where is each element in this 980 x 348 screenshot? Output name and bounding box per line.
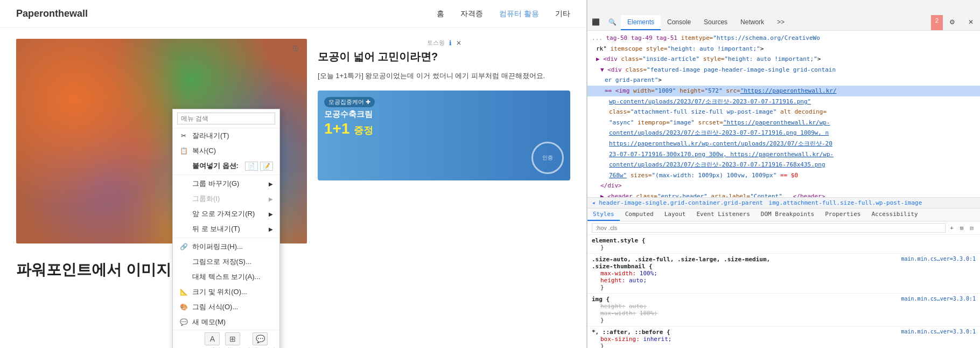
tab-inspect[interactable]: 🔍 (604, 15, 621, 30)
filter-toggle[interactable]: ⊟ (968, 224, 976, 232)
context-menu-send-back[interactable]: 뒤 로 보내기(T) ▶ (173, 221, 279, 236)
dom-line[interactable]: rk" itemscope style="height: auto !impor… (587, 44, 980, 54)
dom-line[interactable]: er grid-parent"> (587, 75, 980, 86)
context-menu-alt-text[interactable]: 대체 텍스트 보기(A)... (173, 269, 279, 284)
css-block-img: img { main.min.cs…ver=3.3.0:1 height: au… (587, 294, 980, 326)
dom-line[interactable]: https://paperonthewall.kr/wp-content/upl… (587, 138, 980, 149)
dom-line[interactable]: ... tag-50 tag-49 tag-51 itemtype="https… (587, 33, 980, 44)
height-attr: height= (676, 87, 704, 94)
filter-plus[interactable]: + (948, 224, 956, 232)
context-menu-hyperlink[interactable]: 🔗 하이퍼링크(H)... (173, 239, 279, 254)
decoding-val: "async" (609, 119, 634, 126)
tab-more[interactable]: >> (771, 15, 791, 30)
css-close-brace2: } (592, 317, 976, 324)
close-ad-icon[interactable]: ✕ (456, 39, 461, 47)
subtab-event-listeners[interactable]: Event Listeners (691, 208, 755, 221)
tag-close: > (817, 55, 821, 62)
header-class: class= (636, 193, 657, 197)
context-menu-copy[interactable]: 📋 복사(C) (173, 143, 279, 158)
prop-max-width: max-width: (600, 270, 636, 277)
context-menu-picture-format[interactable]: 🎨 그림 서식(O)... (173, 300, 279, 315)
context-menu-size-position[interactable]: 📐 크기 및 위치(O)... (173, 284, 279, 300)
paste-option2[interactable]: 📝 (260, 162, 273, 171)
prop-height: height: (600, 277, 625, 284)
brace: } (600, 284, 604, 291)
subtab-computed[interactable]: Computed (620, 208, 659, 221)
arrow-icon4: ▶ (269, 226, 273, 232)
tab-sources[interactable]: Sources (697, 15, 734, 30)
context-menu-cut[interactable]: ✂ 잘라내기(T) (173, 128, 279, 143)
context-menu-group-change[interactable]: 그룹 바꾸기(G) ▶ (173, 176, 279, 191)
style-btn[interactable]: A 스타일 (204, 332, 220, 348)
css-block-star: *, ::after, ::before { main.min.cs…ver=3… (587, 326, 980, 348)
note-add-btn[interactable]: 💬 새 메모 작성 (245, 332, 275, 348)
dom-line[interactable]: </div> (587, 180, 980, 191)
styles-subtabs: Styles Computed Layout Event Listeners D… (587, 208, 980, 221)
nav-home[interactable]: 홈 (437, 9, 444, 19)
styles-pane: Styles Computed Layout Event Listeners D… (587, 208, 980, 348)
context-menu-save-as[interactable]: 그림으로 저장(S)... (173, 254, 279, 269)
dom-line[interactable]: ▶ <div class="inside-article" style="hei… (587, 54, 980, 65)
dom-line[interactable]: class="attachment-full size-full wp-post… (587, 107, 980, 117)
tab-elements[interactable]: Elements (621, 15, 661, 30)
tab-cursor[interactable]: ⬛ (587, 15, 604, 30)
separator2 (173, 238, 279, 238)
decoding-attr: decoding= (791, 108, 827, 115)
info-icon[interactable]: ℹ (449, 39, 452, 47)
dom-line[interactable]: ▶ <header class="entry-header" aria-labe… (587, 191, 980, 197)
subtab-styles[interactable]: Styles (587, 208, 620, 221)
ellipsis2: … (782, 193, 793, 197)
nav-certificate[interactable]: 자격증 (460, 9, 483, 19)
tab-badge[interactable]: 2 (931, 15, 943, 30)
alt-attr: alt (776, 108, 791, 115)
context-menu-group[interactable]: 그룹화(I) ▶ (173, 191, 279, 206)
nav-computer[interactable]: 컴퓨터 활용 (499, 9, 539, 19)
context-menu-new-note[interactable]: 💬 새 메모(M) (173, 315, 279, 330)
dom-line[interactable]: 768w" sizes="(max-width: 1009px) 100vw, … (587, 170, 980, 181)
tab-console[interactable]: Console (661, 15, 697, 30)
dom-line[interactable]: 23-07-07-171916-300x170.png 300w, https:… (587, 149, 980, 160)
breadcrumb-item-1[interactable]: ◂ header-image-single.grid-container.gri… (592, 199, 763, 206)
dom-tree[interactable]: ... tag-50 tag-49 tag-51 itemtype="https… (587, 31, 980, 197)
header-class-val: "entry-header" (657, 193, 708, 197)
close-tag: > (760, 45, 764, 52)
promo-text: 1+1 (324, 120, 350, 137)
ad-promo: 1+1 증정 (324, 120, 564, 138)
dom-line[interactable]: content/uploads/2023/07/소크린샷-2023-07-07-… (587, 159, 980, 170)
css-source4[interactable]: main.min.cs…ver=3.3.0:1 (901, 329, 976, 335)
tab-settings[interactable]: ⚙ (943, 15, 962, 30)
styles-filter-input[interactable] (592, 223, 946, 233)
dom-line[interactable]: "async" itemprop="image" srcset="https:/… (587, 117, 980, 128)
dom-line[interactable]: content/uploads/2023/07/소크린샷-2023-07-07-… (587, 128, 980, 138)
paste-option1[interactable]: 📄 (245, 162, 258, 171)
tab-close[interactable]: ✕ (962, 15, 980, 30)
dom-line[interactable]: ▼ <div class="featured-image page-header… (587, 65, 980, 75)
context-menu-paste-options[interactable]: 붙여넣기 옵션: 📄 📝 (173, 158, 279, 173)
filter-copy[interactable]: ⊞ (958, 224, 966, 232)
subtab-properties[interactable]: Properties (820, 208, 866, 221)
tag-open2: ▼ <div (600, 66, 625, 73)
class-val2: "featured-image page-header-image-single… (647, 66, 836, 73)
css-source3[interactable]: main.min.cs…ver=3.3.0:1 (901, 296, 976, 302)
tab-network[interactable]: Network (734, 15, 771, 30)
subtab-accessibility[interactable]: Accessibility (866, 208, 923, 221)
srcset-cont: content/uploads/2023/07/소크린샷-2023-07-07-… (609, 129, 829, 136)
css-source2[interactable]: main.min.cs…ver=3.3.0:1 (901, 256, 976, 262)
hyperlink-label: 하이퍼링크(H)... (192, 242, 243, 252)
context-menu-bring-front[interactable]: 앞 으로 가져오기(R) ▶ (173, 206, 279, 221)
ad-banner[interactable]: 모공집중케어 ✚ 모공수축크림 1+1 증정 인증 (318, 91, 570, 181)
breadcrumb-item-2[interactable]: img.attachment-full.size-full.wp-post-im… (769, 199, 922, 206)
group-label: 그룹화(I) (192, 194, 220, 204)
bring-front-label: 앞 으로 가져오기(R) (192, 209, 255, 219)
nav-other[interactable]: 기타 (555, 9, 570, 19)
dom-line[interactable]: wp-content/uploads/2023/07/소크린샷-2023-07-… (587, 96, 980, 107)
dom-line-selected[interactable]: == <img width="1009" height="572" src="h… (587, 86, 980, 96)
group-change-label: 그룹 바꾸기(G) (192, 179, 239, 189)
subtab-dom-breakpoints[interactable]: DOM Breakpoints (755, 208, 820, 221)
subtab-layout[interactable]: Layout (659, 208, 691, 221)
size-position-label: 크기 및 위치(O)... (192, 287, 247, 297)
crop-btn[interactable]: ⊞ 자르기 (225, 332, 241, 348)
copy-icon: 📋 (179, 147, 188, 155)
context-menu-search-input[interactable] (177, 113, 275, 124)
note-icon: 💬 (179, 318, 188, 326)
